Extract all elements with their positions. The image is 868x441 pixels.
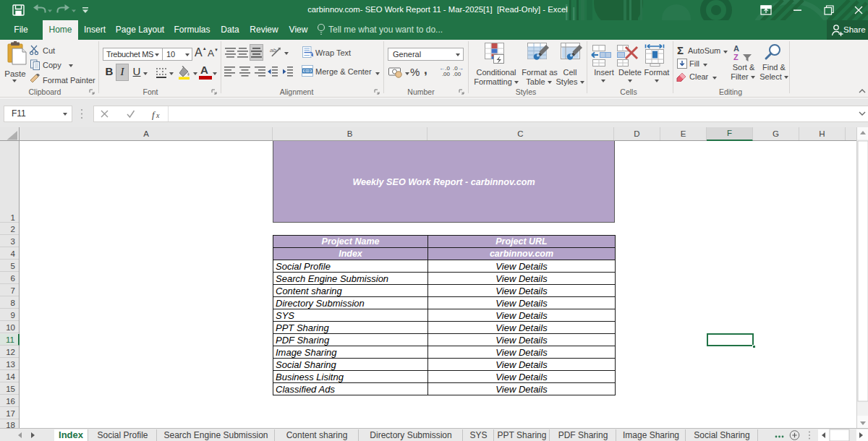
svg-text:ab: ab [270, 47, 276, 53]
svg-text:A: A [733, 44, 739, 53]
svg-text:x: x [156, 111, 160, 119]
svg-text:Z: Z [733, 53, 739, 61]
